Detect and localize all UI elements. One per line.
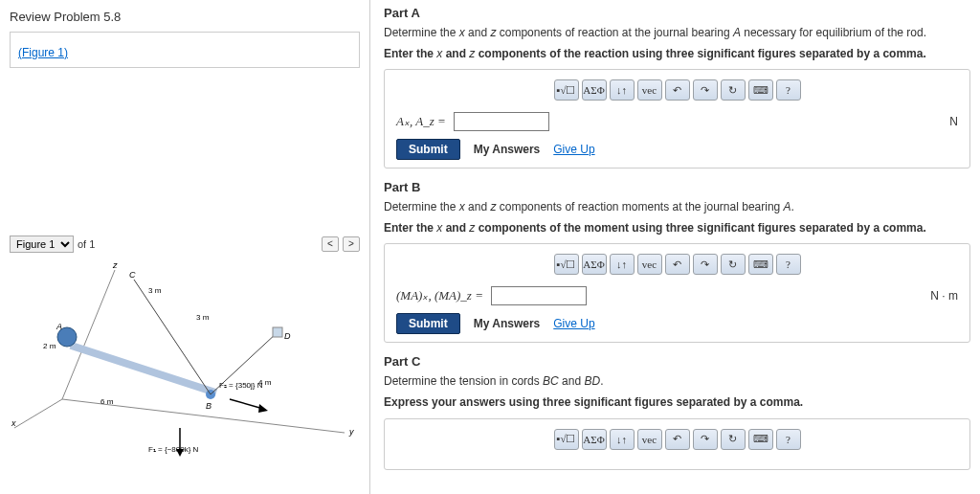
my-answers-a[interactable]: My Answers — [474, 143, 541, 156]
dim-2m: 2 m — [43, 342, 56, 350]
part-b-input-row: (MA)ₓ, (MA)_z = N · m — [396, 286, 958, 305]
arrows-button[interactable]: ↓↑ — [610, 429, 635, 450]
redo-button[interactable]: ↷ — [693, 254, 718, 275]
force-f2: F₂ = {350j} N — [219, 381, 263, 390]
figure-select[interactable]: Figure 1 — [10, 236, 74, 253]
prev-figure-button[interactable]: < — [322, 236, 339, 252]
greek-button[interactable]: ΑΣΦ — [582, 429, 607, 450]
figure-diagram: C A B D x y z 2 m 3 m 3 m 4 m 6 m F₁ = {… — [10, 260, 360, 461]
help-button[interactable]: ? — [776, 254, 801, 275]
axis-z: z — [112, 260, 118, 270]
svg-line-11 — [230, 399, 263, 409]
label-a: A — [56, 322, 62, 331]
part-b-hint: Enter the x and z components of the mome… — [384, 221, 970, 236]
force-f1: F₁ = {−800k} N — [148, 445, 199, 454]
figure-page-count: of 1 — [78, 238, 95, 250]
vec-button[interactable]: vec — [637, 254, 662, 275]
greek-button[interactable]: ΑΣΦ — [582, 79, 607, 101]
undo-button[interactable]: ↶ — [665, 429, 690, 450]
figure-link[interactable]: (Figure 1) — [18, 46, 68, 59]
part-b-answer-block: ▪√☐ ΑΣΦ ↓↑ vec ↶ ↷ ↻ ⌨ ? (MA)ₓ, (MA)_z =… — [384, 243, 970, 343]
keyboard-button[interactable]: ⌨ — [748, 79, 773, 101]
part-a-input[interactable] — [454, 112, 549, 131]
part-a-var: Aₓ, A_z = — [396, 114, 446, 129]
help-button[interactable]: ? — [776, 429, 801, 450]
toolbar-c: ▪√☐ ΑΣΦ ↓↑ vec ↶ ↷ ↻ ⌨ ? — [396, 429, 958, 450]
vec-button[interactable]: vec — [637, 79, 662, 101]
part-c-header: Part C — [384, 354, 970, 369]
axis-x: x — [11, 418, 16, 428]
part-b-unit: N · m — [930, 289, 958, 303]
problem-title: Review Problem 5.8 — [10, 10, 360, 24]
give-up-b[interactable]: Give Up — [553, 317, 594, 330]
dim-3m-a: 3 m — [148, 286, 162, 295]
dim-3m-b: 3 m — [196, 313, 210, 322]
part-c-answer-block: ▪√☐ ΑΣΦ ↓↑ vec ↶ ↷ ↻ ⌨ ? — [384, 418, 970, 470]
label-c: C — [129, 270, 136, 280]
redo-button[interactable]: ↷ — [693, 79, 718, 101]
axis-y: y — [348, 427, 354, 437]
next-figure-button[interactable]: > — [343, 236, 360, 252]
figure-nav: Figure 1 of 1 < > — [10, 236, 360, 253]
templates-button[interactable]: ▪√☐ — [554, 254, 579, 275]
templates-button[interactable]: ▪√☐ — [554, 429, 579, 450]
part-b-var: (MA)ₓ, (MA)_z = — [396, 288, 483, 303]
my-answers-b[interactable]: My Answers — [474, 317, 541, 330]
reset-button[interactable]: ↻ — [721, 429, 746, 450]
part-b-input[interactable] — [491, 286, 587, 305]
part-b-prompt: Determine the x and z components of reac… — [384, 200, 970, 215]
label-d: D — [284, 331, 291, 341]
part-a-unit: N — [949, 115, 958, 128]
greek-button[interactable]: ΑΣΦ — [582, 254, 607, 275]
submit-button-b[interactable]: Submit — [396, 313, 460, 334]
toolbar-a: ▪√☐ ΑΣΦ ↓↑ vec ↶ ↷ ↻ ⌨ ? — [396, 79, 958, 101]
toolbar-b: ▪√☐ ΑΣΦ ↓↑ vec ↶ ↷ ↻ ⌨ ? — [396, 254, 958, 275]
part-c-hint: Express your answers using three signifi… — [384, 395, 970, 411]
part-a-prompt: Determine the x and z components of reac… — [384, 26, 970, 41]
redo-button[interactable]: ↷ — [693, 429, 718, 450]
svg-line-0 — [14, 399, 62, 428]
arrows-button[interactable]: ↓↑ — [610, 79, 635, 101]
undo-button[interactable]: ↶ — [665, 79, 690, 101]
figure-panel: (Figure 1) — [10, 32, 360, 68]
submit-button-a[interactable]: Submit — [396, 139, 460, 160]
part-a-header: Part A — [384, 6, 970, 20]
help-button[interactable]: ? — [776, 79, 801, 101]
keyboard-button[interactable]: ⌨ — [748, 254, 773, 275]
reset-button[interactable]: ↻ — [721, 79, 746, 101]
vec-button[interactable]: vec — [637, 429, 662, 450]
svg-marker-12 — [258, 404, 268, 413]
part-a-hint: Enter the x and z components of the reac… — [384, 47, 970, 62]
dim-6m: 6 m — [100, 397, 114, 406]
svg-rect-8 — [273, 327, 282, 337]
svg-rect-3 — [70, 342, 218, 396]
part-a-input-row: Aₓ, A_z = N — [396, 112, 958, 131]
arrows-button[interactable]: ↓↑ — [610, 254, 635, 275]
keyboard-button[interactable]: ⌨ — [748, 429, 773, 450]
part-c-prompt: Determine the tension in cords BC and BD… — [384, 374, 970, 390]
label-b: B — [206, 401, 212, 411]
part-b-header: Part B — [384, 180, 970, 194]
part-a-answer-block: ▪√☐ ΑΣΦ ↓↑ vec ↶ ↷ ↻ ⌨ ? Aₓ, A_z = N Sub… — [384, 69, 970, 168]
templates-button[interactable]: ▪√☐ — [554, 79, 579, 101]
undo-button[interactable]: ↶ — [665, 254, 690, 275]
give-up-a[interactable]: Give Up — [553, 143, 594, 156]
reset-button[interactable]: ↻ — [721, 254, 746, 275]
